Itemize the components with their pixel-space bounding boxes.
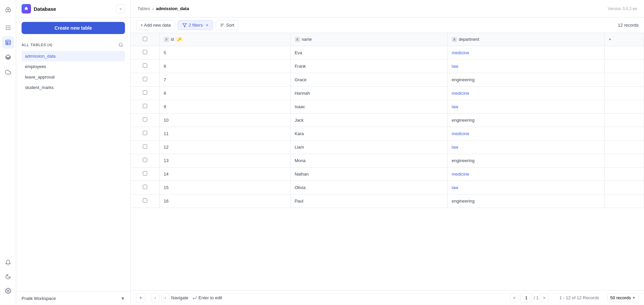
pagination: < / 1 > — [510, 294, 548, 302]
version-label: Version 3.0.2-ee — [608, 6, 637, 11]
row-select-checkbox[interactable] — [143, 131, 147, 135]
header-add-col[interactable]: + — [605, 33, 644, 46]
row-select-checkbox[interactable] — [143, 77, 147, 81]
col-id-label: id — [171, 37, 174, 42]
nav-icon-settings[interactable] — [2, 285, 14, 297]
header-id[interactable]: # id 🔑 — [160, 33, 291, 46]
row-checkbox — [131, 154, 160, 167]
cell-add — [605, 154, 644, 167]
table-row: 9 Isaac law — [131, 100, 644, 113]
header-checkbox-col — [131, 33, 160, 46]
breadcrumb-tables[interactable]: Tables — [137, 6, 150, 11]
sidebar-item-admission_data[interactable]: admission_data — [22, 51, 125, 61]
nav-controls: ‹ › Navigate Enter to edit — [151, 294, 222, 302]
id-type-icon: # — [164, 37, 169, 42]
svg-point-16 — [119, 43, 122, 46]
cell-name: Mona — [290, 154, 447, 167]
add-data-button[interactable]: + Add new data — [136, 20, 175, 30]
cell-add — [605, 86, 644, 100]
sort-label: Sort — [226, 23, 234, 28]
sidebar-item-leave_approval[interactable]: leave_approval — [22, 72, 125, 82]
row-checkbox — [131, 59, 160, 73]
cell-department: law — [448, 140, 605, 154]
records-info: 1 - 12 of 12 Records — [559, 295, 599, 300]
sidebar-item-student_marks[interactable]: student_marks — [22, 82, 125, 93]
nav-icon-dots[interactable] — [2, 22, 14, 34]
table-row: 6 Frank law — [131, 59, 644, 73]
workspace-chevron[interactable]: ▼ — [121, 296, 125, 301]
row-select-checkbox[interactable] — [143, 158, 147, 162]
create-table-button[interactable]: Create new table — [22, 22, 125, 34]
nav-icon-cloud[interactable] — [2, 66, 14, 78]
prev-page-btn[interactable]: < — [510, 294, 519, 302]
cell-name: Jack — [290, 113, 447, 127]
sort-button[interactable]: Sort — [216, 20, 239, 30]
svg-point-1 — [6, 25, 7, 26]
cell-name: Liam — [290, 140, 447, 154]
filter-close[interactable]: × — [206, 23, 208, 28]
row-checkbox — [131, 100, 160, 113]
cell-id: 16 — [160, 194, 291, 208]
row-select-checkbox[interactable] — [143, 63, 147, 68]
col-name-label: name — [302, 37, 312, 42]
row-select-checkbox[interactable] — [143, 198, 147, 203]
cell-name: Isaac — [290, 100, 447, 113]
cell-add — [605, 100, 644, 113]
row-checkbox — [131, 127, 160, 140]
sidebar-item-employees[interactable]: employees — [22, 61, 125, 72]
row-select-checkbox[interactable] — [143, 90, 147, 95]
filter-label: 2 filters — [189, 23, 203, 28]
select-all-checkbox[interactable] — [143, 37, 147, 41]
next-page-btn[interactable]: > — [540, 294, 549, 302]
row-checkbox — [131, 194, 160, 208]
nav-icon-moon[interactable] — [2, 271, 14, 283]
row-select-checkbox[interactable] — [143, 50, 147, 54]
navigate-control: ‹ › Navigate — [151, 294, 188, 302]
collapse-button[interactable]: « — [116, 4, 125, 13]
nav-icon-layers[interactable] — [2, 51, 14, 63]
filter-button[interactable]: 2 filters × — [178, 20, 213, 30]
add-row-button[interactable]: + — [136, 293, 146, 303]
row-select-checkbox[interactable] — [143, 185, 147, 189]
cell-id: 14 — [160, 167, 291, 181]
nav-next-btn[interactable]: › — [161, 294, 170, 302]
records-per-page-select[interactable]: 50 records ▼ — [607, 294, 639, 302]
cell-department: engineering — [448, 113, 605, 127]
tables-search-button[interactable] — [117, 41, 125, 49]
row-select-checkbox[interactable] — [143, 117, 147, 122]
sidebar-header: Database « — [16, 0, 130, 18]
cell-add — [605, 73, 644, 86]
row-select-checkbox[interactable] — [143, 171, 147, 176]
cell-name: Olivia — [290, 181, 447, 194]
row-select-checkbox[interactable] — [143, 104, 147, 108]
row-select-checkbox[interactable] — [143, 144, 147, 149]
svg-rect-10 — [6, 40, 10, 45]
table-row: 15 Olivia law — [131, 181, 644, 194]
table-row: 10 Jack engineering — [131, 113, 644, 127]
row-checkbox — [131, 167, 160, 181]
nav-icon-table[interactable] — [2, 36, 14, 49]
table-row: 8 Hannah medicine — [131, 86, 644, 100]
breadcrumb: Tables › admission_data — [137, 6, 189, 12]
nav-icon-bell[interactable] — [2, 256, 14, 269]
page-number-input[interactable] — [520, 294, 532, 302]
data-table: # id 🔑 A name A dep — [131, 33, 644, 208]
cell-add — [605, 194, 644, 208]
nav-prev-btn[interactable]: ‹ — [151, 294, 160, 302]
cell-department: engineering — [448, 73, 605, 86]
svg-point-5 — [7, 27, 8, 28]
cell-add — [605, 59, 644, 73]
cell-name: Frank — [290, 59, 447, 73]
cell-add — [605, 181, 644, 194]
header-name[interactable]: A name — [290, 33, 447, 46]
cell-add — [605, 46, 644, 59]
sidebar-logo: Database — [22, 4, 56, 13]
svg-point-0 — [7, 9, 8, 10]
cell-name: Eva — [290, 46, 447, 59]
row-checkbox — [131, 140, 160, 154]
records-per-page-label: 50 records — [610, 295, 631, 300]
cell-id: 5 — [160, 46, 291, 59]
nav-icon-rocket[interactable] — [2, 4, 14, 16]
header-department[interactable]: A department — [448, 33, 605, 46]
svg-point-9 — [9, 29, 10, 30]
